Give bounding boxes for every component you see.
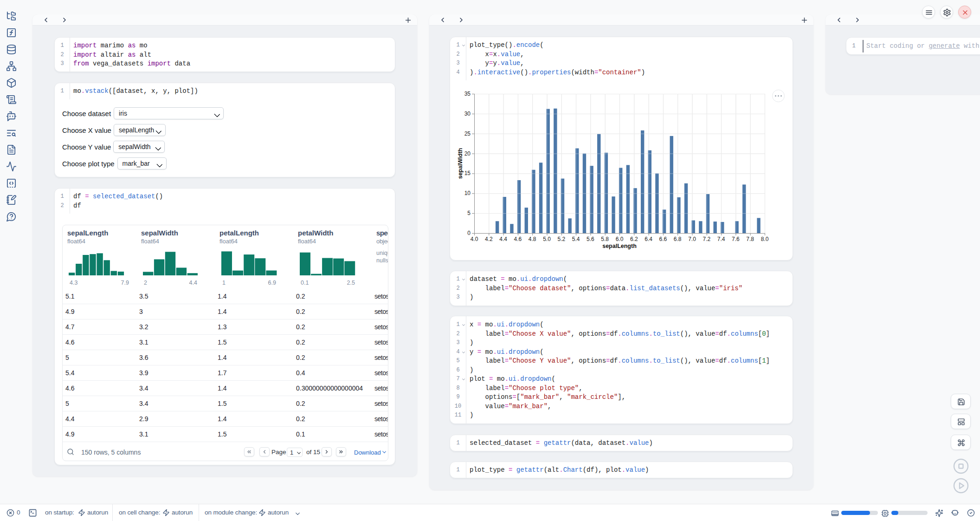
svg-text:5.2: 5.2 [557, 236, 565, 242]
svg-text:4.8: 4.8 [529, 236, 536, 242]
svg-text:35: 35 [464, 91, 471, 97]
svg-text:6.4: 6.4 [645, 236, 652, 242]
svg-text:sepalWidth: sepalWidth [457, 148, 464, 179]
svg-text:5.0: 5.0 [543, 236, 551, 242]
svg-text:6.6: 6.6 [659, 236, 667, 242]
svg-text:7.2: 7.2 [703, 236, 710, 242]
svg-text:sepalLength: sepalLength [602, 243, 637, 249]
svg-text:5.6: 5.6 [587, 236, 594, 242]
svg-text:8.0: 8.0 [761, 236, 769, 242]
svg-text:7.4: 7.4 [717, 236, 725, 242]
svg-text:6.2: 6.2 [630, 236, 638, 242]
svg-text:25: 25 [464, 130, 471, 137]
svg-text:5.8: 5.8 [601, 236, 609, 242]
svg-text:7.8: 7.8 [746, 236, 754, 242]
svg-text:7.6: 7.6 [732, 236, 740, 242]
svg-text:4.2: 4.2 [485, 236, 493, 242]
svg-text:4.0: 4.0 [471, 236, 478, 242]
svg-text:10: 10 [464, 190, 471, 196]
svg-text:4.6: 4.6 [514, 236, 522, 242]
svg-text:6.8: 6.8 [674, 236, 682, 242]
svg-text:6.0: 6.0 [616, 236, 624, 242]
svg-text:4.4: 4.4 [499, 236, 507, 242]
svg-text:5.4: 5.4 [572, 236, 580, 242]
svg-text:30: 30 [464, 111, 471, 117]
svg-text:7.0: 7.0 [688, 236, 696, 242]
svg-text:15: 15 [464, 170, 471, 176]
svg-text:5: 5 [467, 210, 471, 216]
svg-text:20: 20 [464, 150, 471, 157]
svg-text:0: 0 [467, 230, 471, 236]
